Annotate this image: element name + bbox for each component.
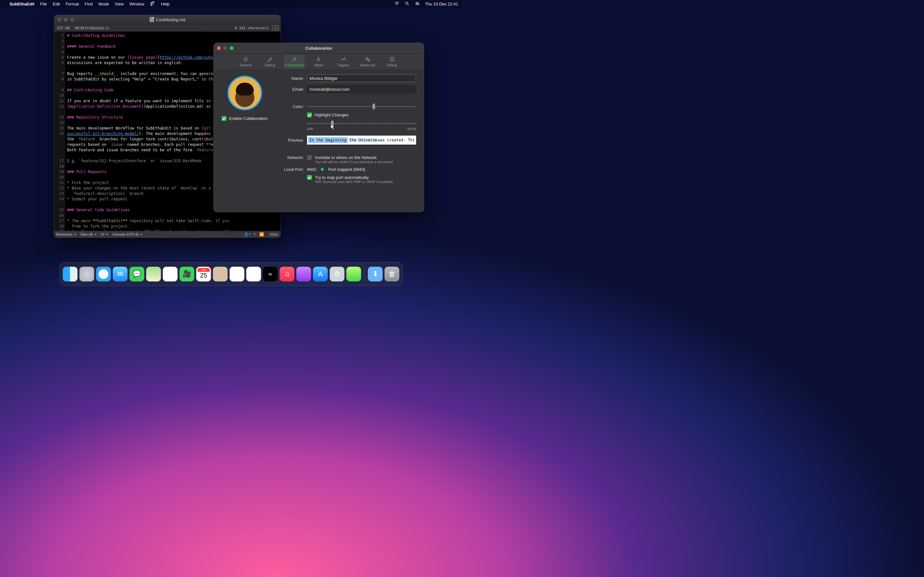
- name-label: Name:: [278, 76, 304, 81]
- dock-subethaedit-icon[interactable]: [347, 267, 361, 282]
- editor-status-bar: Markdown Tabs (4) LF Unicode (UTF-8) 👤+ …: [54, 231, 280, 237]
- document-icon: [150, 17, 154, 22]
- highlight-preview: In the beginning the Universe was create…: [307, 135, 416, 145]
- prefs-close-icon[interactable]: [217, 46, 221, 50]
- menubar-clock[interactable]: Thu 10 Dec 22:41: [425, 2, 458, 6]
- prefs-minimize-icon[interactable]: [223, 46, 227, 50]
- menubar-app[interactable]: SubEthaEdit: [10, 2, 34, 6]
- dock-trash-icon[interactable]: 🗑: [384, 267, 399, 282]
- dock-settings-icon[interactable]: ⚙︎: [330, 267, 344, 282]
- invisible-checkbox[interactable]: [307, 155, 312, 160]
- prefs-titlebar[interactable]: Collaboration: [214, 43, 424, 53]
- dock-downloads-icon[interactable]: ⬇︎: [368, 267, 383, 282]
- prefs-tab-advanced[interactable]: Advanced: [357, 55, 378, 69]
- menubar-view[interactable]: View: [115, 2, 124, 6]
- dock-photos-icon[interactable]: ✿: [163, 267, 178, 282]
- dock-podcasts-icon[interactable]: [296, 267, 311, 282]
- spotlight-icon[interactable]: [405, 1, 410, 7]
- svg-point-9: [368, 60, 369, 61]
- port-status-icon: [321, 168, 324, 171]
- encoding-popup[interactable]: Unicode (UTF-8): [110, 232, 198, 236]
- svg-point-0: [397, 5, 397, 5]
- line-gutter: 1234567891011121314151617181920212223242…: [54, 32, 65, 231]
- control-center-icon[interactable]: [415, 1, 420, 7]
- editor-close-icon[interactable]: [57, 18, 61, 21]
- wifi-icon[interactable]: [394, 1, 399, 7]
- menubar-find[interactable]: Find: [85, 2, 93, 6]
- menubar-script-icon[interactable]: [150, 1, 155, 7]
- svg-point-8: [366, 58, 368, 59]
- dock-music-icon[interactable]: ♫: [280, 267, 294, 282]
- dock-facetime-icon[interactable]: 🎥: [180, 267, 194, 282]
- invisible-sublabel: You will still be visible if you adverti…: [315, 160, 393, 164]
- svg-point-10: [391, 58, 393, 61]
- announce-icon[interactable]: 📶: [259, 232, 264, 237]
- name-field[interactable]: [307, 74, 416, 82]
- editor-title: Contributing.md: [156, 17, 186, 22]
- avatar-image[interactable]: [228, 76, 262, 110]
- dock-contacts-icon[interactable]: [213, 267, 228, 282]
- dock-appstore-icon[interactable]: A: [313, 267, 328, 282]
- prefs-title: Collaboration: [305, 46, 333, 51]
- read-only-icon[interactable]: ✎: [254, 232, 257, 237]
- invisible-label: Invisible to others on the Network: [315, 155, 393, 160]
- prefs-tab-collaboration[interactable]: Collaboration: [284, 55, 305, 69]
- svg-point-5: [418, 4, 418, 5]
- editor-minimize-icon[interactable]: [64, 18, 68, 21]
- slider-label-pale: pale: [307, 127, 313, 131]
- checkmark-icon: [222, 116, 226, 121]
- symbol-popup[interactable]: ## Attribution: [73, 25, 111, 31]
- dock: ✉︎ 💬 ✿ 🎥 FEB 25 tv ♫ A ⚙︎ ⬇︎ 🗑: [59, 262, 403, 286]
- prefs-tab-debug[interactable]: Debug: [382, 55, 402, 69]
- dock-mail-icon[interactable]: ✉︎: [113, 267, 128, 282]
- mouse-cursor-icon: [330, 124, 335, 130]
- tabs-popup[interactable]: Tabs (4): [78, 232, 99, 236]
- dock-notes-icon[interactable]: [246, 267, 261, 282]
- tryport-label: Try to map port automatically: [315, 175, 393, 180]
- highlight-checkbox[interactable]: Highlight Changes: [307, 113, 349, 117]
- participants-icon[interactable]: 👤+: [244, 232, 251, 237]
- prefs-tab-triggers[interactable]: Triggers: [333, 55, 354, 69]
- menubar-edit[interactable]: Edit: [53, 2, 60, 6]
- color-slider[interactable]: [307, 103, 416, 109]
- enable-collaboration-label: Enable Collaboration: [229, 116, 268, 121]
- editor-titlebar[interactable]: Contributing.md: [54, 15, 280, 24]
- highlight-label: Highlight Changes: [314, 113, 349, 117]
- highlight-strength-slider[interactable]: [307, 121, 416, 126]
- prefs-tab-styles[interactable]: Styles: [309, 55, 329, 69]
- dock-maps-icon[interactable]: [146, 267, 161, 282]
- checkmark-icon: [307, 113, 312, 117]
- prefs-zoom-icon[interactable]: [230, 46, 234, 50]
- preferences-window: Collaboration GeneralEditingCollaboratio…: [213, 43, 424, 212]
- menubar-file[interactable]: File: [40, 2, 47, 6]
- dock-tv-icon[interactable]: tv: [263, 267, 278, 282]
- slider-label-strong: strong: [407, 127, 416, 131]
- editor-zoom-icon[interactable]: [70, 18, 74, 21]
- editor-traffic-lights[interactable]: [57, 18, 74, 21]
- email-field[interactable]: [307, 85, 416, 93]
- dock-reminders-icon[interactable]: [230, 267, 244, 282]
- menubar-mode[interactable]: Mode: [99, 2, 109, 6]
- prefs-tab-general[interactable]: General: [236, 55, 256, 69]
- mode-popup[interactable]: Markdown: [54, 232, 78, 236]
- menubar-format[interactable]: Format: [66, 2, 79, 6]
- tryport-checkbox[interactable]: [307, 175, 312, 180]
- enable-collaboration-checkbox[interactable]: Enable Collaboration: [222, 116, 268, 121]
- menubar-window[interactable]: Window: [129, 2, 144, 6]
- svg-point-7: [293, 57, 296, 60]
- svg-point-4: [416, 2, 417, 3]
- color-label: Color:: [278, 104, 304, 109]
- svg-point-1: [405, 2, 408, 4]
- dock-finder-icon[interactable]: [63, 267, 78, 282]
- prefs-tab-editing[interactable]: Editing: [260, 55, 280, 69]
- dock-messages-icon[interactable]: 💬: [129, 267, 144, 282]
- lineending-popup[interactable]: LF: [99, 232, 111, 236]
- dock-calendar-icon[interactable]: FEB 25: [196, 267, 211, 282]
- email-label: Email:: [278, 87, 304, 92]
- dock-safari-icon[interactable]: [96, 267, 111, 282]
- menubar-help[interactable]: Help: [161, 2, 170, 6]
- dock-launchpad-icon[interactable]: [79, 267, 94, 282]
- split-view-button[interactable]: [272, 25, 278, 31]
- prefs-toolbar: GeneralEditingCollaborationStylesTrigger…: [214, 53, 424, 70]
- port-value: 6942: [307, 167, 317, 172]
